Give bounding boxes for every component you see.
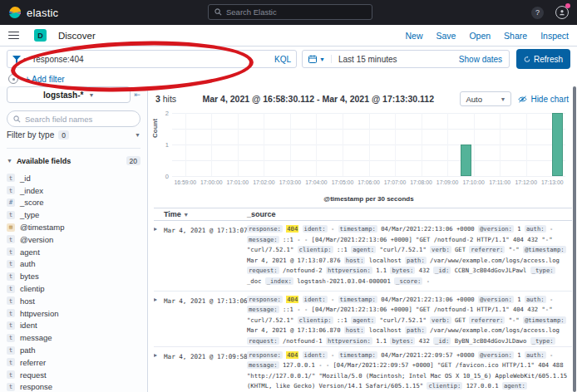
field-name: ident: [20, 321, 37, 330]
field-item-_id[interactable]: t_id: [7, 172, 141, 184]
field-name: bytes: [20, 272, 39, 281]
field-item-message[interactable]: tmessage: [7, 331, 141, 344]
field-key: _type:: [530, 337, 555, 345]
y-axis-title: Count: [151, 119, 159, 138]
expand-row-icon[interactable]: ▸: [154, 292, 164, 346]
show-dates-button[interactable]: Show dates: [459, 55, 509, 64]
field-name: _index: [20, 186, 43, 195]
interval-select[interactable]: Auto ▼: [460, 91, 511, 106]
table-header: Time ▼ _source: [154, 208, 572, 221]
field-item-_score[interactable]: #_score: [7, 197, 141, 209]
expand-row-icon[interactable]: ▸: [154, 347, 164, 392]
table-row: ▸Mar 4, 2021 @ 17:13:07.876response: 404…: [154, 221, 572, 292]
field-key: auth:: [525, 225, 546, 233]
gridline: [500, 113, 501, 176]
collapse-sidebar-icon[interactable]: ⇤: [134, 91, 141, 99]
field-search-input[interactable]: Search field names: [7, 110, 141, 127]
x-tick-label: 17:08:00: [410, 179, 432, 185]
field-value: _doc: [247, 277, 261, 285]
chevron-down-icon: ▼: [319, 56, 325, 62]
field-value: 1: [517, 296, 520, 303]
field-list: t_idt_index#_scoret_type⊞@timestampt@ver…: [7, 172, 141, 392]
nav-action-open[interactable]: Open: [469, 31, 491, 41]
field-key: httpversion:: [326, 267, 372, 274]
field-item-referrer[interactable]: treferrer: [7, 356, 141, 369]
field-key: @version:: [478, 296, 514, 303]
expand-row-icon[interactable]: ▸: [154, 221, 164, 291]
field-key: agent:: [502, 382, 527, 390]
user-avatar[interactable]: [555, 6, 569, 19]
field-key: bytes:: [390, 267, 415, 274]
field-item-_index[interactable]: t_index: [7, 184, 141, 197]
field-name: _type: [20, 210, 39, 219]
number-field-icon: #: [7, 198, 15, 207]
field-item-agent[interactable]: tagent: [7, 246, 141, 258]
field-value: 432: [419, 337, 430, 345]
field-item-request[interactable]: trequest: [7, 369, 141, 381]
nav-action-inspect[interactable]: Inspect: [540, 31, 569, 41]
scrollbar[interactable]: [573, 86, 576, 392]
field-key: bytes:: [390, 337, 415, 345]
time-range-value[interactable]: Last 15 minutes: [332, 55, 459, 64]
field-name: response: [20, 382, 52, 391]
field-name: @timestamp: [20, 223, 64, 232]
x-tick-label: 17:04:00: [305, 179, 327, 185]
field-item-host[interactable]: thost: [7, 295, 141, 307]
query-text[interactable]: response:404: [33, 55, 269, 64]
query-language-button[interactable]: KQL: [274, 55, 291, 64]
field-value: ::1: [337, 246, 348, 253]
field-value: "curl/7.52.1": [379, 316, 426, 324]
notification-dot: [565, 3, 570, 8]
filter-dropdown-icon[interactable]: ▼: [12, 56, 28, 63]
calendar-dropdown[interactable]: ▼: [303, 55, 332, 63]
y-tick-label: 0: [155, 173, 169, 180]
field-item-path[interactable]: tpath: [7, 344, 141, 356]
string-field-icon: t: [7, 260, 15, 268]
field-name: httpversion: [20, 309, 58, 318]
nav-action-save[interactable]: Save: [436, 31, 456, 41]
field-key: clientip:: [427, 382, 462, 390]
menu-icon[interactable]: [8, 32, 19, 40]
doc-timestamp: Mar 4, 2021 @ 17:13:06.870: [164, 292, 247, 346]
help-icon[interactable]: ?: [531, 7, 544, 19]
histogram-chart[interactable]: Count 16:59:0017:00:0017:01:0017:02:0017…: [154, 106, 569, 208]
nav-action-share[interactable]: Share: [504, 31, 527, 41]
field-item-@timestamp[interactable]: ⊞@timestamp: [7, 221, 141, 233]
time-column-header[interactable]: Time ▼: [154, 210, 247, 218]
field-item-bytes[interactable]: tbytes: [7, 270, 141, 282]
field-item-_type[interactable]: t_type: [7, 208, 141, 221]
field-item-auth[interactable]: tauth: [7, 258, 141, 271]
available-fields-header[interactable]: ▼ Available fields 20: [7, 156, 141, 165]
field-item-@version[interactable]: t@version: [7, 233, 141, 246]
index-pattern-select[interactable]: logstash-* ▼: [7, 86, 131, 103]
refresh-button[interactable]: Refresh: [516, 49, 570, 69]
doc-timestamp: Mar 4, 2021 @ 17:09:58.278: [164, 347, 247, 392]
string-field-icon: t: [7, 370, 15, 379]
filter-by-type-control[interactable]: Filter by type 0 ▼: [7, 134, 141, 149]
field-value: -: [550, 351, 553, 359]
query-bar: ▼ response:404 KQL ▼ Last 15 minutes Sho…: [0, 47, 577, 71]
add-filter-button[interactable]: + Add filter: [25, 75, 65, 84]
histogram-bar-17:09:30[interactable]: [461, 145, 471, 176]
nav-action-new[interactable]: New: [405, 31, 422, 41]
global-search-input[interactable]: Search Elastic: [208, 4, 372, 20]
field-item-response[interactable]: tresponse: [7, 381, 141, 392]
date-field-icon: ⊞: [7, 223, 15, 232]
string-field-icon: t: [7, 174, 15, 182]
hide-chart-button[interactable]: Hide chart: [518, 95, 569, 104]
field-name: message: [20, 333, 52, 342]
field-key: @version:: [478, 225, 514, 233]
saved-query-icon[interactable]: [8, 74, 18, 84]
string-field-icon: t: [7, 235, 15, 243]
global-header: elastic Search Elastic ?: [0, 0, 577, 25]
field-value: -: [331, 225, 334, 233]
field-item-ident[interactable]: tident: [7, 320, 141, 332]
gridline: [343, 113, 343, 176]
histogram-bar-17:13:00[interactable]: [552, 113, 563, 176]
query-input[interactable]: ▼ response:404 KQL: [7, 50, 297, 68]
hide-chart-label: Hide chart: [530, 95, 569, 104]
field-item-clientip[interactable]: tclientip: [7, 282, 141, 295]
field-item-httpversion[interactable]: thttpversion: [7, 307, 141, 320]
x-tick-label: 17:11:00: [489, 179, 510, 185]
refresh-icon: [524, 56, 530, 63]
